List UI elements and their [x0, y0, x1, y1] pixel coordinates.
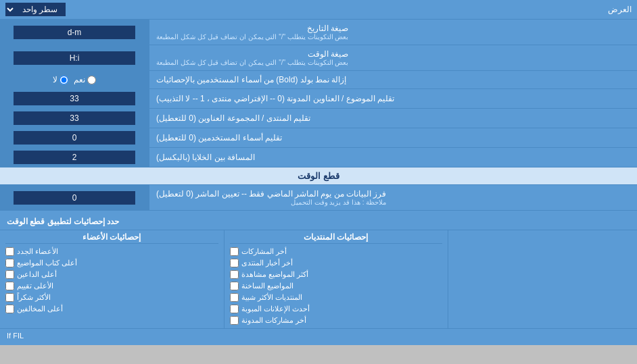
bold-radio-wrapper[interactable]: نعم لا	[0, 71, 149, 88]
cb-top-posters-input[interactable]	[5, 259, 14, 267]
date-format-label: صيغة التاريخ بعض التكوينات يتطلب "/" الت…	[149, 20, 637, 45]
cb-hot-topics[interactable]: المواضيع الساخنة	[230, 280, 443, 292]
cell-spacing-row: المسافة بين الخلايا (بالبكسل) 2	[0, 148, 637, 167]
cb-most-thanked-label: الأكثر شكراً	[17, 293, 51, 302]
cb-top-violators-label: أعلى المخالفين	[17, 305, 63, 313]
cb-most-viewed-input[interactable]	[230, 270, 239, 279]
cb-most-thanked[interactable]: الأكثر شكراً	[5, 292, 218, 303]
cb-top-violators-input[interactable]	[5, 305, 14, 313]
cb-new-members[interactable]: الأعضاء الجدد	[5, 246, 218, 257]
time-format-label: صيغة الوقت بعض التكوينات يتطلب "/" التي …	[149, 45, 637, 70]
trim-usernames-input[interactable]: 0	[14, 131, 135, 145]
cb-last-news-label: أخر أخبار المنتدى	[241, 259, 293, 267]
date-format-title: صيغة التاريخ	[156, 24, 348, 33]
trim-subject-label: تقليم الموضوع / العناوين المدونة (0 -- ا…	[149, 89, 637, 108]
radio-no-label[interactable]: لا	[53, 75, 68, 84]
bottom-text-row: If FIL	[0, 329, 637, 342]
cb-last-posts-input[interactable]	[230, 247, 239, 256]
display-select[interactable]: سطر واحد سطرين ثلاثة أسطر	[5, 3, 66, 16]
cb-top-posters[interactable]: أعلى كتاب المواضيع	[5, 257, 218, 269]
display-select-wrapper[interactable]: سطر واحد سطرين ثلاثة أسطر	[5, 3, 66, 16]
cb-hot-topics-label: المواضيع الساخنة	[241, 282, 293, 290]
time-format-input-wrapper[interactable]: H:i	[0, 45, 149, 70]
time-format-input[interactable]: H:i	[14, 51, 135, 65]
cb-most-viewed[interactable]: أكثر المواضيع مشاهدة	[230, 269, 443, 280]
cb-similar-forums[interactable]: المنتديات الأكثر شبية	[230, 292, 443, 303]
cb-last-news[interactable]: أخر أخبار المنتدى	[230, 257, 443, 269]
trim-subject-input-wrapper[interactable]: 33	[0, 89, 149, 108]
cb-last-news-input[interactable]	[230, 259, 239, 267]
date-format-input-wrapper[interactable]: d-m	[0, 20, 149, 45]
bold-radio-row: إزالة نمط بولد (Bold) من أسماء المستخدمي…	[0, 71, 637, 89]
cb-top-rated[interactable]: الأعلى تقييم	[5, 280, 218, 292]
realtime-label: فرز البيانات من يوم الماشر الماضي فقط --…	[149, 185, 637, 210]
top-row: العرض سطر واحد سطرين ثلاثة أسطر	[0, 0, 637, 20]
cb-new-members-input[interactable]	[5, 247, 14, 256]
realtime-row: فرز البيانات من يوم الماشر الماضي فقط --…	[0, 185, 637, 211]
cb-hot-topics-input[interactable]	[230, 282, 239, 290]
cell-spacing-label: المسافة بين الخلايا (بالبكسل)	[149, 148, 637, 167]
cb-top-violators[interactable]: أعلى المخالفين	[5, 303, 218, 315]
checkboxes-area: حدد إحصائيات لتطبيق قطع الوقت إحصائيات ا…	[0, 211, 637, 345]
cb-top-rated-input[interactable]	[5, 282, 14, 290]
cell-spacing-input[interactable]: 2	[14, 151, 135, 164]
checkboxes-col-middle: إحصائيات المنتديات أخر المشاركات أخر أخب…	[224, 230, 448, 328]
cb-blog-posts-label: أخر مشاركات المدونة	[241, 316, 306, 325]
bottom-text: If FIL	[7, 332, 24, 340]
trim-forum-input[interactable]: 33	[14, 111, 135, 125]
cb-similar-forums-input[interactable]	[230, 293, 239, 302]
trim-usernames-input-wrapper[interactable]: 0	[0, 128, 149, 147]
trim-subject-row: تقليم الموضوع / العناوين المدونة (0 -- ا…	[0, 89, 637, 109]
cb-top-inviters[interactable]: أعلى الداعين	[5, 269, 218, 280]
trim-forum-input-wrapper[interactable]: 33	[0, 109, 149, 128]
cb-most-viewed-label: أكثر المواضيع مشاهدة	[241, 270, 308, 279]
realtime-note: ملاحظة : هذا قد يزيد وقت التحميل	[156, 199, 386, 206]
left-col-header: إحصائيات الأعضاء	[5, 232, 218, 244]
trim-usernames-label: تقليم أسماء المستخدمين (0 للتعطيل)	[149, 128, 637, 147]
cb-classified-ads[interactable]: أحدث الإعلانات المبوبة	[230, 303, 443, 315]
section-label: العرض	[608, 5, 632, 14]
cb-classified-ads-label: أحدث الإعلانات المبوبة	[241, 305, 310, 313]
cb-top-inviters-label: أعلى الداعين	[17, 270, 57, 279]
cb-top-posters-label: أعلى كتاب المواضيع	[17, 259, 77, 267]
cb-similar-forums-label: المنتديات الأكثر شبية	[241, 293, 302, 302]
trim-forum-label: تقليم المنتدى / المجموعة العناوين (0 للت…	[149, 109, 637, 128]
realtime-title: فرز البيانات من يوم الماشر الماضي فقط --…	[156, 189, 386, 199]
checkboxes-col-left: إحصائيات الأعضاء الأعضاء الجدد أعلى كتاب…	[0, 230, 224, 328]
realtime-section-header: قطع الوقت	[0, 167, 637, 185]
cb-last-posts[interactable]: أخر المشاركات	[230, 246, 443, 257]
apply-label: حدد إحصائيات لتطبيق قطع الوقت	[7, 217, 119, 226]
checkboxes-row: إحصائيات المنتديات أخر المشاركات أخر أخب…	[0, 230, 637, 329]
cb-last-posts-label: أخر المشاركات	[241, 247, 287, 256]
cb-top-inviters-input[interactable]	[5, 270, 14, 279]
cb-blog-posts-input[interactable]	[230, 316, 239, 325]
checkboxes-col-right	[448, 230, 637, 328]
radio-yes-label[interactable]: نعم	[74, 75, 96, 84]
date-format-row: صيغة التاريخ بعض التكوينات يتطلب "/" الت…	[0, 20, 637, 45]
cb-classified-ads-input[interactable]	[230, 305, 239, 313]
date-format-hint: بعض التكوينات يتطلب "/" التي يمكن ان تضا…	[156, 33, 348, 41]
date-format-input[interactable]: d-m	[14, 26, 135, 39]
cb-most-thanked-input[interactable]	[5, 293, 14, 302]
realtime-input-wrapper[interactable]: 0	[0, 185, 149, 210]
time-format-hint: بعض التكوينات يتطلب "/" التي يمكن ان تضا…	[156, 59, 348, 66]
cb-new-members-label: الأعضاء الجدد	[17, 247, 58, 256]
time-format-row: صيغة الوقت بعض التكوينات يتطلب "/" التي …	[0, 45, 637, 71]
cb-top-rated-label: الأعلى تقييم	[17, 282, 53, 290]
realtime-input[interactable]: 0	[14, 191, 135, 205]
cb-blog-posts[interactable]: أخر مشاركات المدونة	[230, 315, 443, 326]
radio-yes[interactable]	[87, 76, 96, 84]
trim-usernames-row: تقليم أسماء المستخدمين (0 للتعطيل) 0	[0, 128, 637, 148]
radio-no[interactable]	[60, 76, 68, 84]
middle-col-header: إحصائيات المنتديات	[230, 232, 443, 244]
bold-label: إزالة نمط بولد (Bold) من أسماء المستخدمي…	[149, 71, 637, 88]
trim-subject-input[interactable]: 33	[14, 92, 135, 105]
cell-spacing-input-wrapper[interactable]: 2	[0, 148, 149, 167]
time-format-title: صيغة الوقت	[156, 49, 348, 59]
trim-forum-row: تقليم المنتدى / المجموعة العناوين (0 للت…	[0, 109, 637, 128]
